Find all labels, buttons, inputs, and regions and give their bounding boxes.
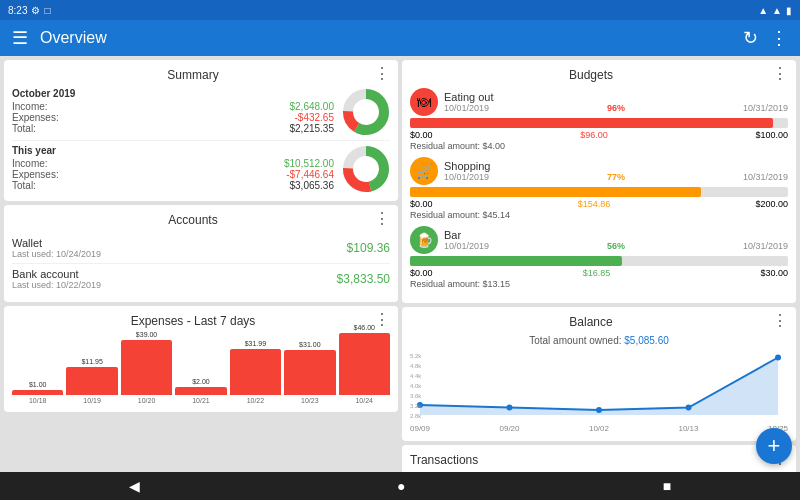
bar-amount-label: $31.99	[245, 340, 266, 347]
bar-date-label: 10/20	[138, 397, 156, 404]
account-wallet-name: Wallet	[12, 237, 101, 249]
budget-total: $200.00	[755, 199, 788, 209]
october-total-label: Total:	[12, 123, 36, 134]
bar-date-label: 10/22	[247, 397, 265, 404]
budget-bar-container	[410, 256, 788, 266]
budget-dates: 10/01/2019 96% 10/31/2019	[444, 103, 788, 113]
budget-icon: 🍺	[410, 226, 438, 254]
budget-total: $100.00	[755, 130, 788, 140]
budget-date-from: 10/01/2019	[444, 172, 489, 182]
account-bank-info: Bank account Last used: 10/22/2019	[12, 268, 101, 290]
thisyear-income-value: $10,512.00	[284, 158, 334, 169]
budget-bar-fill	[410, 187, 701, 197]
balance-chart-label: 10/13	[678, 424, 698, 433]
bar-amount-label: $1.00	[29, 381, 47, 388]
budget-pct: 56%	[607, 241, 625, 251]
svg-point-11	[775, 355, 781, 361]
budgets-card: ⋮ Budgets 🍽 Eating out 10/01/2019 96% 10…	[402, 60, 796, 303]
bar-date-label: 10/19	[83, 397, 101, 404]
home-button[interactable]: ●	[377, 474, 425, 498]
more-icon[interactable]: ⋮	[770, 27, 788, 49]
bar-group: $11.9510/19	[66, 358, 117, 404]
thisyear-expenses-label: Expenses:	[12, 169, 59, 180]
status-bar-left: 8:23 ⚙ □	[8, 5, 51, 16]
wifi-icon: ▲	[758, 5, 768, 16]
balance-subtitle: Total amount owned: $5,085.60	[410, 335, 788, 346]
accounts-title: Accounts	[12, 213, 390, 227]
budget-info: Bar 10/01/2019 56% 10/31/2019	[444, 229, 788, 251]
october-expenses-row: Expenses: -$432.65	[12, 112, 334, 123]
expenses-title: Expenses - Last 7 days	[12, 314, 390, 328]
budget-item[interactable]: 🍽 Eating out 10/01/2019 96% 10/31/2019 $…	[410, 88, 788, 151]
budget-residual: Residual amount: $45.14	[410, 210, 788, 220]
budget-date-to: 10/31/2019	[743, 103, 788, 113]
budget-start: $0.00	[410, 199, 433, 209]
back-button[interactable]: ◀	[109, 474, 160, 498]
budget-info: Shopping 10/01/2019 77% 10/31/2019	[444, 160, 788, 182]
accounts-card: ⋮ Accounts Wallet Last used: 10/24/2019 …	[4, 205, 398, 302]
october-expenses-label: Expenses:	[12, 112, 59, 123]
menu-icon[interactable]: ☰	[12, 27, 28, 49]
october-total-row: Total: $2,215.35	[12, 123, 334, 134]
budget-start: $0.00	[410, 268, 433, 278]
budget-bar-container	[410, 118, 788, 128]
balance-chart-label: 09/09	[410, 424, 430, 433]
budget-used: $16.85	[583, 268, 611, 278]
budget-date-to: 10/31/2019	[743, 172, 788, 182]
thisyear-expenses-row: Expenses: -$7,446.64	[12, 169, 334, 180]
status-bar: 8:23 ⚙ □ ▲ ▲ ▮	[0, 0, 800, 20]
balance-menu[interactable]: ⋮	[772, 313, 788, 329]
status-bar-right: ▲ ▲ ▮	[758, 5, 792, 16]
bar-amount-label: $46.00	[354, 324, 375, 331]
budgets-menu[interactable]: ⋮	[772, 66, 788, 82]
budget-item[interactable]: 🍺 Bar 10/01/2019 56% 10/31/2019 $0.00 $1…	[410, 226, 788, 289]
account-wallet[interactable]: Wallet Last used: 10/24/2019 $109.36	[12, 233, 390, 264]
budget-used: $96.00	[580, 130, 608, 140]
thisyear-section: This year Income: $10,512.00 Expenses: -…	[12, 145, 390, 193]
summary-menu[interactable]: ⋮	[374, 66, 390, 82]
budgets-list: 🍽 Eating out 10/01/2019 96% 10/31/2019 $…	[410, 88, 788, 289]
bar-date-label: 10/18	[29, 397, 47, 404]
fab-button[interactable]: +	[756, 428, 792, 464]
battery-icon: ▮	[786, 5, 792, 16]
toolbar: ☰ Overview ↻ ⋮	[0, 20, 800, 56]
balance-card: ⋮ Balance Total amount owned: $5,085.60 …	[402, 307, 796, 441]
account-wallet-row: Wallet Last used: 10/24/2019 $109.36	[12, 237, 390, 259]
budgets-title: Budgets	[410, 68, 788, 82]
budget-name: Bar	[444, 229, 788, 241]
expenses-card: ⋮ Expenses - Last 7 days $1.0010/18$11.9…	[4, 306, 398, 412]
svg-text:3.6k: 3.6k	[410, 393, 421, 399]
budget-bar-fill	[410, 256, 622, 266]
bar	[339, 333, 390, 395]
balance-chart-labels: 09/0909/2010/0210/1310/25	[410, 424, 788, 433]
balance-chart: 5.2k4.8k4.4k4.0k3.6k3.2k2.8k	[410, 350, 788, 420]
bar	[121, 340, 172, 395]
october-income-value: $2,648.00	[290, 101, 335, 112]
budget-item[interactable]: 🛒 Shopping 10/01/2019 77% 10/31/2019 $0.…	[410, 157, 788, 220]
budget-dates: 10/01/2019 56% 10/31/2019	[444, 241, 788, 251]
bar	[66, 367, 117, 395]
sync-icon[interactable]: ↻	[743, 27, 758, 49]
square-button[interactable]: ■	[643, 474, 691, 498]
thisyear-expenses-value: -$7,446.64	[286, 169, 334, 180]
bar-group: $2.0010/21	[175, 378, 226, 404]
bar	[230, 349, 281, 395]
svg-text:3.2k: 3.2k	[410, 403, 421, 409]
accounts-menu[interactable]: ⋮	[374, 211, 390, 227]
october-text: October 2019 Income: $2,648.00 Expenses:…	[12, 88, 334, 134]
account-wallet-last: Last used: 10/24/2019	[12, 249, 101, 259]
svg-text:4.4k: 4.4k	[410, 373, 421, 379]
bar-amount-label: $11.95	[81, 358, 102, 365]
account-bank-amount: $3,833.50	[337, 272, 390, 286]
thisyear-total-value: $3,065.36	[290, 180, 335, 191]
bar	[284, 350, 335, 395]
account-bank[interactable]: Bank account Last used: 10/22/2019 $3,83…	[12, 264, 390, 294]
october-section: October 2019 Income: $2,648.00 Expenses:…	[12, 88, 390, 136]
budget-start: $0.00	[410, 130, 433, 140]
svg-text:4.0k: 4.0k	[410, 383, 421, 389]
account-bank-name: Bank account	[12, 268, 101, 280]
budget-amounts: $0.00 $16.85 $30.00	[410, 268, 788, 278]
thisyear-pie	[342, 145, 390, 193]
thisyear-income-row: Income: $10,512.00	[12, 158, 334, 169]
time: 8:23	[8, 5, 27, 16]
